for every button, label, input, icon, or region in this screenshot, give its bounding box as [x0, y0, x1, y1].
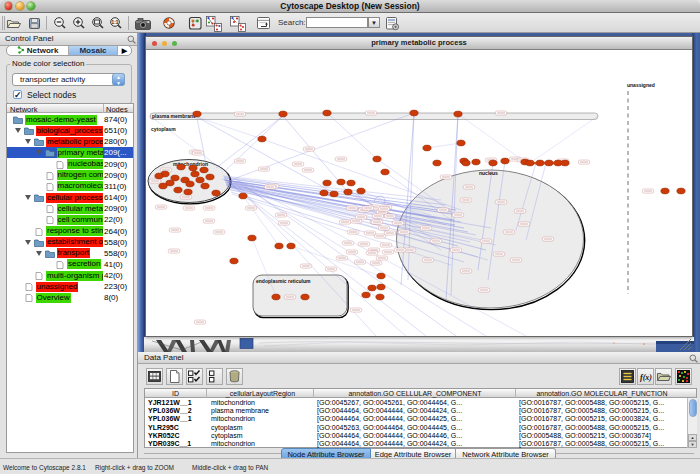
- svg-text:unassigned: unassigned: [627, 82, 655, 88]
- svg-text:endoplasmic reticulum: endoplasmic reticulum: [256, 278, 311, 284]
- svg-text:1:1: 1:1: [112, 20, 119, 25]
- svg-text:plasma membrane: plasma membrane: [152, 113, 196, 119]
- svg-text:nucleus: nucleus: [479, 170, 498, 176]
- svg-text:f(x): f(x): [640, 373, 652, 382]
- svg-text:cytoplasm: cytoplasm: [151, 126, 176, 132]
